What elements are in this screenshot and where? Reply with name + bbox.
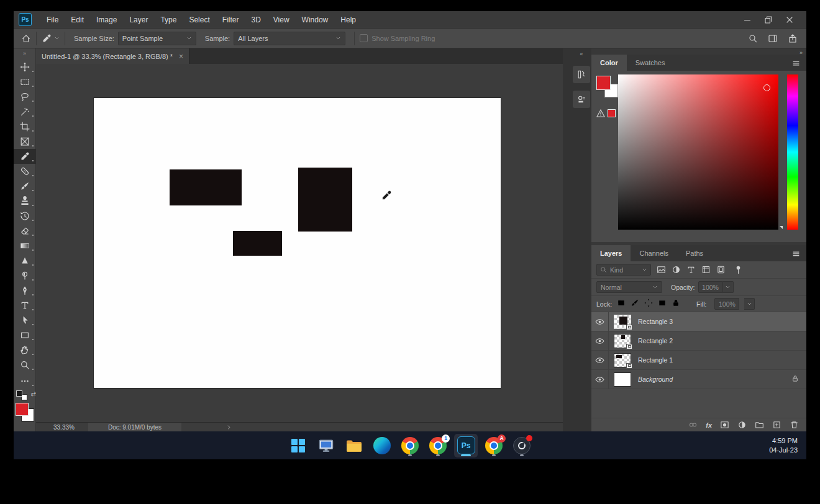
layer-name[interactable]: Rectangle 1 bbox=[638, 356, 673, 364]
menu-item-filter[interactable]: Filter bbox=[216, 11, 245, 29]
layer-name[interactable]: Rectangle 2 bbox=[638, 337, 673, 344]
edge-icon[interactable] bbox=[370, 434, 394, 457]
brush-tool[interactable] bbox=[14, 179, 36, 194]
menu-item-image[interactable]: Image bbox=[90, 11, 123, 29]
edit-toolbar-button[interactable] bbox=[14, 374, 36, 389]
start-button[interactable] bbox=[286, 434, 310, 457]
search-icon[interactable] bbox=[748, 34, 758, 43]
swap-colors-icon[interactable]: ⇄ bbox=[31, 390, 36, 397]
tab-swatches[interactable]: Swatches bbox=[627, 55, 674, 71]
eraser-tool[interactable] bbox=[14, 223, 36, 238]
status-chevron-icon[interactable] bbox=[226, 425, 232, 430]
zoom-tool[interactable] bbox=[14, 358, 36, 372]
hue-slider[interactable] bbox=[787, 74, 798, 230]
new-layer-icon[interactable] bbox=[772, 420, 781, 430]
lock-all-icon[interactable] bbox=[672, 299, 680, 310]
history-brush-tool[interactable] bbox=[14, 209, 36, 223]
crop-tool[interactable] bbox=[14, 119, 36, 134]
foreground-color-swatch[interactable] bbox=[16, 403, 29, 416]
pasteboard[interactable] bbox=[36, 64, 563, 422]
type-tool[interactable] bbox=[14, 298, 36, 313]
fill-value[interactable]: 100% bbox=[714, 298, 739, 310]
color-picker-marker[interactable] bbox=[763, 84, 770, 91]
fill-dropdown-icon[interactable] bbox=[744, 298, 755, 310]
sample-dropdown[interactable]: All Layers bbox=[234, 32, 345, 45]
obs-studio-icon[interactable] bbox=[510, 434, 534, 457]
eyedropper-preset-icon[interactable] bbox=[42, 34, 60, 43]
layer-row-rectangle-3[interactable]: Rectangle 3 bbox=[591, 312, 806, 331]
menu-item-select[interactable]: Select bbox=[183, 11, 216, 29]
tab-channels[interactable]: Channels bbox=[631, 245, 676, 261]
tab-layers[interactable]: Layers bbox=[591, 245, 631, 261]
layer-name[interactable]: Background bbox=[638, 376, 673, 383]
visibility-toggle[interactable] bbox=[591, 370, 609, 389]
filter-smart-objects-icon[interactable] bbox=[716, 265, 726, 274]
layer-row-rectangle-2[interactable]: Rectangle 2 bbox=[591, 331, 806, 351]
lock-transparency-icon[interactable] bbox=[617, 299, 626, 310]
show-sampling-ring-checkbox[interactable]: Show Sampling Ring bbox=[360, 34, 435, 42]
object-selection-tool[interactable] bbox=[14, 104, 36, 119]
color-panel-swatches[interactable] bbox=[596, 76, 619, 101]
filter-kind-dropdown[interactable]: Kind bbox=[596, 264, 651, 276]
layer-row-background[interactable]: Background bbox=[591, 370, 806, 389]
layer-thumbnail[interactable] bbox=[614, 373, 631, 386]
opacity-value[interactable]: 100% bbox=[698, 281, 723, 293]
pen-tool[interactable] bbox=[14, 283, 36, 298]
layer-thumbnail[interactable] bbox=[614, 315, 631, 328]
move-tool[interactable] bbox=[14, 60, 36, 74]
lasso-tool[interactable] bbox=[14, 89, 36, 104]
gamut-warning[interactable] bbox=[596, 109, 616, 117]
rectangle-shape-tool[interactable] bbox=[14, 328, 36, 343]
lock-artboard-icon[interactable] bbox=[658, 299, 667, 310]
gamut-color-chip[interactable] bbox=[608, 109, 616, 117]
foreground-color-chip[interactable] bbox=[596, 76, 611, 90]
menu-item-type[interactable]: Type bbox=[154, 11, 183, 29]
chrome-profile-2-icon[interactable]: A bbox=[482, 434, 506, 457]
document-size-info[interactable]: Doc: 9.01M/0 bytes bbox=[88, 423, 181, 432]
file-explorer-icon[interactable] bbox=[342, 434, 366, 457]
link-layers-icon[interactable] bbox=[688, 420, 698, 430]
restore-button[interactable] bbox=[758, 12, 779, 27]
menu-item-layer[interactable]: Layer bbox=[123, 11, 154, 29]
filter-pin-icon[interactable] bbox=[734, 265, 743, 274]
menu-item-help[interactable]: Help bbox=[334, 11, 362, 29]
layer-effects-button[interactable]: fx bbox=[706, 421, 712, 429]
menu-item-edit[interactable]: Edit bbox=[65, 11, 90, 29]
close-button[interactable] bbox=[779, 12, 800, 27]
menu-item-file[interactable]: File bbox=[40, 11, 65, 29]
layer-row-rectangle-1[interactable]: Rectangle 1 bbox=[591, 351, 806, 370]
path-selection-tool[interactable] bbox=[14, 313, 36, 328]
menu-item-3d[interactable]: 3D bbox=[245, 11, 266, 29]
new-group-icon[interactable] bbox=[755, 420, 764, 430]
tab-close-icon[interactable]: × bbox=[179, 53, 183, 60]
history-panel-button[interactable] bbox=[573, 66, 590, 83]
delete-layer-icon[interactable] bbox=[790, 420, 799, 430]
default-colors-icon[interactable]: ⇄ bbox=[16, 390, 27, 400]
libraries-panel-button[interactable] bbox=[573, 91, 590, 108]
clone-stamp-tool[interactable] bbox=[14, 194, 36, 209]
chrome-icon[interactable] bbox=[398, 434, 422, 457]
document-tab[interactable]: Untitled-1 @ 33.3% (Rectangle 3, RGB/8) … bbox=[36, 48, 189, 64]
rectangular-marquee-tool[interactable] bbox=[14, 74, 36, 89]
eyedropper-tool[interactable] bbox=[14, 149, 36, 164]
zoom-level-field[interactable]: 33.33% bbox=[53, 424, 88, 431]
frame-tool[interactable] bbox=[14, 134, 36, 149]
panel-menu-icon[interactable] bbox=[792, 59, 800, 67]
tab-paths[interactable]: Paths bbox=[677, 245, 712, 261]
chrome-profile-1-icon[interactable]: 1 bbox=[426, 434, 450, 457]
this-pc-icon[interactable] bbox=[314, 434, 338, 457]
canvas-area[interactable] bbox=[94, 98, 501, 388]
saturation-brightness-field[interactable] bbox=[618, 74, 778, 230]
visibility-toggle[interactable] bbox=[591, 312, 609, 331]
gradient-tool[interactable] bbox=[14, 238, 36, 253]
photoshop-taskbar-icon[interactable]: Ps bbox=[454, 434, 478, 457]
dodge-tool[interactable] bbox=[14, 268, 36, 283]
expand-panels-icon[interactable]: « bbox=[580, 50, 583, 58]
layer-name[interactable]: Rectangle 3 bbox=[638, 318, 673, 325]
filter-shape-layers-icon[interactable] bbox=[701, 265, 711, 274]
home-button[interactable] bbox=[21, 34, 31, 43]
visibility-toggle[interactable] bbox=[591, 351, 609, 370]
menu-item-view[interactable]: View bbox=[267, 11, 296, 29]
layer-thumbnail[interactable] bbox=[614, 354, 631, 367]
filter-adjustment-layers-icon[interactable] bbox=[672, 265, 681, 274]
